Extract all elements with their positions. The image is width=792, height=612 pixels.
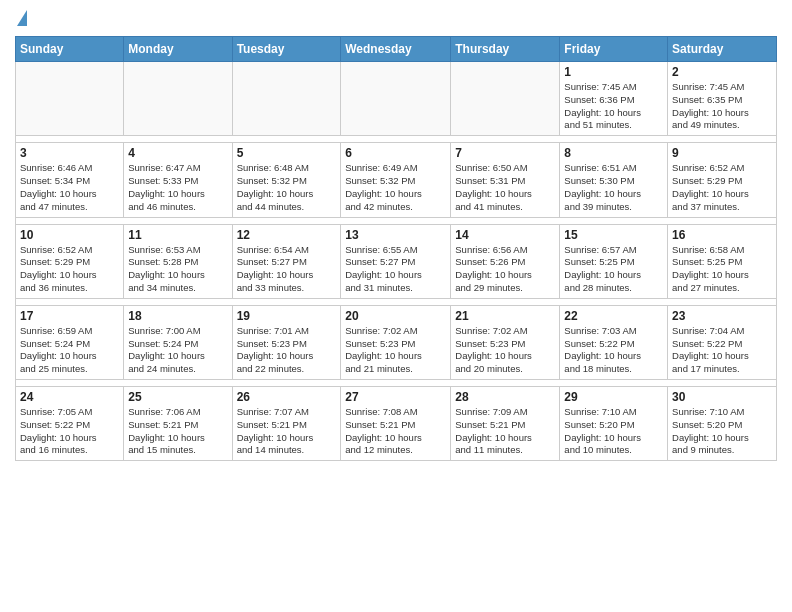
day-info: Sunrise: 6:58 AMSunset: 5:25 PMDaylight:…	[672, 244, 772, 295]
logo	[15, 10, 27, 28]
calendar-cell: 14Sunrise: 6:56 AMSunset: 5:26 PMDayligh…	[451, 224, 560, 298]
day-info: Sunrise: 7:03 AMSunset: 5:22 PMDaylight:…	[564, 325, 663, 376]
calendar-week-row: 1Sunrise: 7:45 AMSunset: 6:36 PMDaylight…	[16, 62, 777, 136]
day-number: 9	[672, 146, 772, 160]
day-number: 2	[672, 65, 772, 79]
calendar-cell: 4Sunrise: 6:47 AMSunset: 5:33 PMDaylight…	[124, 143, 232, 217]
day-number: 20	[345, 309, 446, 323]
day-info: Sunrise: 7:01 AMSunset: 5:23 PMDaylight:…	[237, 325, 337, 376]
page: SundayMondayTuesdayWednesdayThursdayFrid…	[0, 0, 792, 476]
calendar-cell: 1Sunrise: 7:45 AMSunset: 6:36 PMDaylight…	[560, 62, 668, 136]
calendar-cell: 10Sunrise: 6:52 AMSunset: 5:29 PMDayligh…	[16, 224, 124, 298]
day-number: 10	[20, 228, 119, 242]
day-number: 25	[128, 390, 227, 404]
day-info: Sunrise: 6:46 AMSunset: 5:34 PMDaylight:…	[20, 162, 119, 213]
day-info: Sunrise: 6:55 AMSunset: 5:27 PMDaylight:…	[345, 244, 446, 295]
day-number: 1	[564, 65, 663, 79]
calendar-cell: 21Sunrise: 7:02 AMSunset: 5:23 PMDayligh…	[451, 305, 560, 379]
weekday-header: Tuesday	[232, 37, 341, 62]
calendar-cell: 25Sunrise: 7:06 AMSunset: 5:21 PMDayligh…	[124, 387, 232, 461]
day-number: 12	[237, 228, 337, 242]
calendar-cell	[16, 62, 124, 136]
day-number: 6	[345, 146, 446, 160]
day-info: Sunrise: 6:48 AMSunset: 5:32 PMDaylight:…	[237, 162, 337, 213]
calendar-week-row: 3Sunrise: 6:46 AMSunset: 5:34 PMDaylight…	[16, 143, 777, 217]
calendar-cell: 12Sunrise: 6:54 AMSunset: 5:27 PMDayligh…	[232, 224, 341, 298]
week-spacer	[16, 380, 777, 387]
header	[15, 10, 777, 28]
calendar-cell: 2Sunrise: 7:45 AMSunset: 6:35 PMDaylight…	[668, 62, 777, 136]
day-info: Sunrise: 6:57 AMSunset: 5:25 PMDaylight:…	[564, 244, 663, 295]
day-info: Sunrise: 7:00 AMSunset: 5:24 PMDaylight:…	[128, 325, 227, 376]
calendar-cell: 15Sunrise: 6:57 AMSunset: 5:25 PMDayligh…	[560, 224, 668, 298]
day-number: 14	[455, 228, 555, 242]
day-number: 11	[128, 228, 227, 242]
week-spacer	[16, 136, 777, 143]
calendar-cell: 3Sunrise: 6:46 AMSunset: 5:34 PMDaylight…	[16, 143, 124, 217]
day-number: 28	[455, 390, 555, 404]
calendar-cell: 19Sunrise: 7:01 AMSunset: 5:23 PMDayligh…	[232, 305, 341, 379]
day-number: 4	[128, 146, 227, 160]
calendar-cell: 23Sunrise: 7:04 AMSunset: 5:22 PMDayligh…	[668, 305, 777, 379]
day-number: 27	[345, 390, 446, 404]
calendar-week-row: 17Sunrise: 6:59 AMSunset: 5:24 PMDayligh…	[16, 305, 777, 379]
day-info: Sunrise: 7:10 AMSunset: 5:20 PMDaylight:…	[564, 406, 663, 457]
calendar-cell: 24Sunrise: 7:05 AMSunset: 5:22 PMDayligh…	[16, 387, 124, 461]
weekday-header: Saturday	[668, 37, 777, 62]
calendar-cell: 17Sunrise: 6:59 AMSunset: 5:24 PMDayligh…	[16, 305, 124, 379]
day-info: Sunrise: 6:51 AMSunset: 5:30 PMDaylight:…	[564, 162, 663, 213]
day-info: Sunrise: 6:56 AMSunset: 5:26 PMDaylight:…	[455, 244, 555, 295]
calendar-cell: 13Sunrise: 6:55 AMSunset: 5:27 PMDayligh…	[341, 224, 451, 298]
day-info: Sunrise: 6:50 AMSunset: 5:31 PMDaylight:…	[455, 162, 555, 213]
calendar-cell: 8Sunrise: 6:51 AMSunset: 5:30 PMDaylight…	[560, 143, 668, 217]
calendar-cell: 11Sunrise: 6:53 AMSunset: 5:28 PMDayligh…	[124, 224, 232, 298]
calendar: SundayMondayTuesdayWednesdayThursdayFrid…	[15, 36, 777, 461]
day-info: Sunrise: 7:09 AMSunset: 5:21 PMDaylight:…	[455, 406, 555, 457]
calendar-cell: 22Sunrise: 7:03 AMSunset: 5:22 PMDayligh…	[560, 305, 668, 379]
weekday-header: Thursday	[451, 37, 560, 62]
calendar-cell: 28Sunrise: 7:09 AMSunset: 5:21 PMDayligh…	[451, 387, 560, 461]
day-number: 15	[564, 228, 663, 242]
day-info: Sunrise: 7:08 AMSunset: 5:21 PMDaylight:…	[345, 406, 446, 457]
day-info: Sunrise: 6:52 AMSunset: 5:29 PMDaylight:…	[20, 244, 119, 295]
calendar-cell: 29Sunrise: 7:10 AMSunset: 5:20 PMDayligh…	[560, 387, 668, 461]
day-number: 22	[564, 309, 663, 323]
day-number: 30	[672, 390, 772, 404]
calendar-cell: 27Sunrise: 7:08 AMSunset: 5:21 PMDayligh…	[341, 387, 451, 461]
day-info: Sunrise: 6:49 AMSunset: 5:32 PMDaylight:…	[345, 162, 446, 213]
calendar-cell: 5Sunrise: 6:48 AMSunset: 5:32 PMDaylight…	[232, 143, 341, 217]
day-info: Sunrise: 6:54 AMSunset: 5:27 PMDaylight:…	[237, 244, 337, 295]
day-number: 8	[564, 146, 663, 160]
day-info: Sunrise: 6:52 AMSunset: 5:29 PMDaylight:…	[672, 162, 772, 213]
calendar-week-row: 24Sunrise: 7:05 AMSunset: 5:22 PMDayligh…	[16, 387, 777, 461]
day-info: Sunrise: 7:45 AMSunset: 6:35 PMDaylight:…	[672, 81, 772, 132]
day-info: Sunrise: 7:45 AMSunset: 6:36 PMDaylight:…	[564, 81, 663, 132]
week-spacer	[16, 217, 777, 224]
day-info: Sunrise: 7:06 AMSunset: 5:21 PMDaylight:…	[128, 406, 227, 457]
day-number: 19	[237, 309, 337, 323]
day-info: Sunrise: 7:05 AMSunset: 5:22 PMDaylight:…	[20, 406, 119, 457]
day-number: 16	[672, 228, 772, 242]
day-number: 24	[20, 390, 119, 404]
calendar-cell: 7Sunrise: 6:50 AMSunset: 5:31 PMDaylight…	[451, 143, 560, 217]
day-number: 13	[345, 228, 446, 242]
day-info: Sunrise: 7:10 AMSunset: 5:20 PMDaylight:…	[672, 406, 772, 457]
day-number: 17	[20, 309, 119, 323]
calendar-cell: 6Sunrise: 6:49 AMSunset: 5:32 PMDaylight…	[341, 143, 451, 217]
day-info: Sunrise: 6:47 AMSunset: 5:33 PMDaylight:…	[128, 162, 227, 213]
day-info: Sunrise: 6:53 AMSunset: 5:28 PMDaylight:…	[128, 244, 227, 295]
day-number: 21	[455, 309, 555, 323]
calendar-cell: 26Sunrise: 7:07 AMSunset: 5:21 PMDayligh…	[232, 387, 341, 461]
calendar-week-row: 10Sunrise: 6:52 AMSunset: 5:29 PMDayligh…	[16, 224, 777, 298]
day-number: 3	[20, 146, 119, 160]
calendar-cell: 20Sunrise: 7:02 AMSunset: 5:23 PMDayligh…	[341, 305, 451, 379]
week-spacer	[16, 298, 777, 305]
day-number: 7	[455, 146, 555, 160]
calendar-cell	[124, 62, 232, 136]
calendar-cell: 9Sunrise: 6:52 AMSunset: 5:29 PMDaylight…	[668, 143, 777, 217]
day-info: Sunrise: 7:07 AMSunset: 5:21 PMDaylight:…	[237, 406, 337, 457]
calendar-cell	[451, 62, 560, 136]
day-number: 29	[564, 390, 663, 404]
calendar-cell	[232, 62, 341, 136]
weekday-header: Friday	[560, 37, 668, 62]
